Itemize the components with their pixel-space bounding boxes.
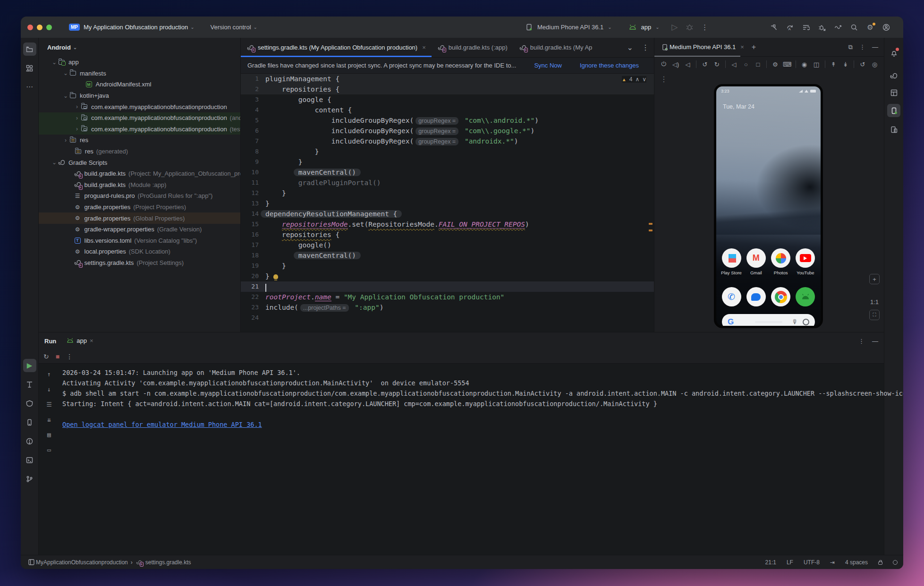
fit-screen-icon[interactable]: ⛶: [868, 310, 881, 320]
prev-warning-icon[interactable]: ∧: [635, 76, 639, 83]
search-everywhere-icon[interactable]: [848, 21, 861, 34]
back-icon[interactable]: ◁: [729, 61, 739, 68]
scroll-to-end-icon[interactable]: ⇊: [47, 415, 51, 425]
line-separator[interactable]: LF: [787, 559, 793, 566]
youtube-app[interactable]: YouTube: [794, 248, 817, 275]
tree-item-com-example-myapplicationobfuscationproduction[interactable]: ›com.example.myapplicationobfuscationpro…: [39, 101, 240, 112]
google-search-bar[interactable]: G 🎙︎: [722, 314, 815, 326]
print-icon[interactable]: ▤: [47, 430, 51, 440]
settings-gear-icon[interactable]: ⚙: [864, 21, 877, 34]
resource-manager-icon[interactable]: [23, 61, 36, 75]
breadcrumb-project[interactable]: MyApplicationObfuscationproduction: [36, 559, 128, 566]
user-avatar-icon[interactable]: [880, 21, 893, 34]
code-line-23[interactable]: 23include(...projectPaths = ":app"): [241, 302, 654, 313]
panel-options-icon[interactable]: ⋮: [858, 338, 865, 345]
download-icon[interactable]: ↡: [840, 61, 851, 68]
run-tool-icon[interactable]: ▶: [23, 359, 36, 372]
upload-icon[interactable]: ↟: [828, 61, 839, 68]
photos-app[interactable]: Photos: [770, 248, 792, 275]
code-line-15[interactable]: 15 repositoriesMode.set(RepositoriesMode…: [241, 219, 654, 229]
project-view-selector[interactable]: Android: [47, 44, 71, 51]
soft-wrap-icon[interactable]: ☰: [46, 399, 52, 410]
chevron-down-icon[interactable]: ⌄: [62, 93, 69, 99]
close-icon[interactable]: ×: [422, 44, 426, 51]
code-line-10[interactable]: 10 mavenCentral(): [241, 167, 654, 178]
panel-options-icon[interactable]: ⋮: [859, 43, 865, 51]
chevron-right-icon[interactable]: ›: [74, 103, 80, 110]
chevron-right-icon[interactable]: ›: [74, 115, 80, 121]
file-encoding[interactable]: UTF-8: [804, 559, 820, 566]
sync-now-link[interactable]: Sync Now: [534, 62, 562, 69]
tree-item-manifests[interactable]: ⌄manifests: [39, 68, 240, 79]
open-in-window-icon[interactable]: ⧉: [848, 43, 853, 51]
rotate-left-icon[interactable]: ↺: [699, 61, 710, 68]
chevron-down-icon[interactable]: ⌄: [62, 70, 69, 76]
hide-panel-icon[interactable]: —: [872, 43, 878, 51]
chevron-right-icon[interactable]: ›: [74, 126, 80, 132]
tree-item-gradle-properties[interactable]: ⚙gradle.properties(Global Properties): [39, 212, 240, 224]
mic-icon[interactable]: 🎙︎: [792, 318, 798, 325]
app-quality-insights-icon[interactable]: [23, 397, 36, 410]
open-logcat-link[interactable]: Open logcat panel for emulator Medium Ph…: [62, 421, 262, 428]
tree-item-res[interactable]: ›res: [39, 135, 240, 146]
code-line-4[interactable]: 4 content {: [241, 105, 654, 115]
code-line-6[interactable]: 6 includeGroupByRegex(groupRegex = "com\…: [241, 126, 654, 136]
close-icon[interactable]: ×: [740, 43, 744, 51]
indent-setting[interactable]: 4 spaces: [845, 559, 868, 566]
overview-icon[interactable]: □: [753, 61, 763, 68]
tree-item-res[interactable]: res(generated): [39, 146, 240, 157]
code-line-20[interactable]: 20}: [241, 271, 654, 281]
snapshots-icon[interactable]: ◎: [869, 61, 880, 68]
gradle-tool-icon[interactable]: [887, 69, 900, 82]
editor-tab[interactable]: settings.gradle.kts (My Application Obfu…: [241, 38, 432, 57]
tree-item-gradle-properties[interactable]: ⚙gradle.properties(Project Properties): [39, 202, 240, 213]
build-hammer-icon[interactable]: [767, 21, 780, 34]
debug-button[interactable]: [683, 21, 696, 34]
chevron-down-icon[interactable]: ⌄: [51, 59, 58, 66]
code-line-24[interactable]: 24: [241, 313, 654, 323]
notifications-bell-icon[interactable]: [887, 46, 900, 59]
volume-up-icon[interactable]: ◁): [670, 61, 681, 68]
editor-tab[interactable]: build.gradle.kts (My Ap: [513, 38, 598, 57]
scroll-top-icon[interactable]: ↑: [47, 369, 51, 380]
run-panel-title[interactable]: Run: [44, 338, 56, 345]
phone-app[interactable]: ✆: [720, 287, 743, 306]
next-warning-icon[interactable]: ∨: [642, 76, 646, 83]
run-console[interactable]: ↑↓☰⇊▤▭ 2026-03-24 15:01:47: Launching ap…: [39, 364, 884, 555]
caret-position[interactable]: 21:1: [765, 559, 776, 566]
tree-item-androidmanifest-xml[interactable]: MAndroidManifest.xml: [39, 79, 240, 90]
run-button[interactable]: ▷: [668, 21, 681, 34]
more-options-icon[interactable]: ⋮: [66, 353, 73, 360]
code-line-21[interactable]: 21: [241, 281, 654, 292]
version-control-menu[interactable]: Version control: [211, 24, 251, 31]
code-line-17[interactable]: 17 google(): [241, 240, 654, 250]
play-store-app[interactable]: Play Store: [720, 248, 743, 275]
virtual-keyboard-icon[interactable]: ⌨: [781, 61, 792, 68]
power-icon[interactable]: ⏻: [658, 60, 669, 68]
tree-item-gradle-wrapper-properties[interactable]: ⚙gradle-wrapper.properties(Gradle Versio…: [39, 224, 240, 235]
device-manager-icon[interactable]: [887, 123, 900, 136]
breadcrumb-file[interactable]: settings.gradle.kts: [145, 559, 191, 566]
code-line-3[interactable]: 3 google {: [241, 94, 654, 105]
close-icon[interactable]: ×: [90, 337, 93, 344]
problems-icon[interactable]: [23, 434, 36, 448]
code-editor[interactable]: 1pluginManagement {2 repositories {3 goo…: [241, 74, 654, 332]
code-line-11[interactable]: 11 gradlePluginPortal(): [241, 178, 654, 188]
project-tool-icon[interactable]: [23, 42, 36, 56]
device-explorer-icon[interactable]: [23, 416, 36, 429]
code-line-1[interactable]: 1pluginManagement {: [241, 74, 654, 84]
maximize-window-button[interactable]: [46, 25, 52, 30]
api-demos-app[interactable]: [794, 287, 817, 306]
code-line-2[interactable]: 2 repositories {: [241, 84, 654, 94]
chevron-down-icon[interactable]: ⌄: [51, 159, 58, 166]
tree-item-kotlin-java[interactable]: ⌄kotlin+java: [39, 90, 240, 102]
tree-item-settings-gradle-kts[interactable]: settings.gradle.kts(Project Settings): [39, 257, 240, 269]
screen-record-icon[interactable]: ◫: [811, 61, 822, 68]
device-tab-label[interactable]: Medium Phone API 36.1: [670, 43, 736, 51]
home-handle[interactable]: [755, 321, 782, 323]
inspection-widget[interactable]: ▲ 4 ∧ ∨: [622, 76, 646, 83]
tree-item-com-example-myapplicationobfuscationproduction[interactable]: ›com.example.myapplicationobfuscationpro…: [39, 112, 240, 124]
hide-panel-icon[interactable]: —: [872, 338, 878, 345]
tree-item-local-properties[interactable]: ⚙local.properties(SDK Location): [39, 246, 240, 257]
project-name-menu[interactable]: My Application Obfuscation production: [84, 24, 188, 31]
